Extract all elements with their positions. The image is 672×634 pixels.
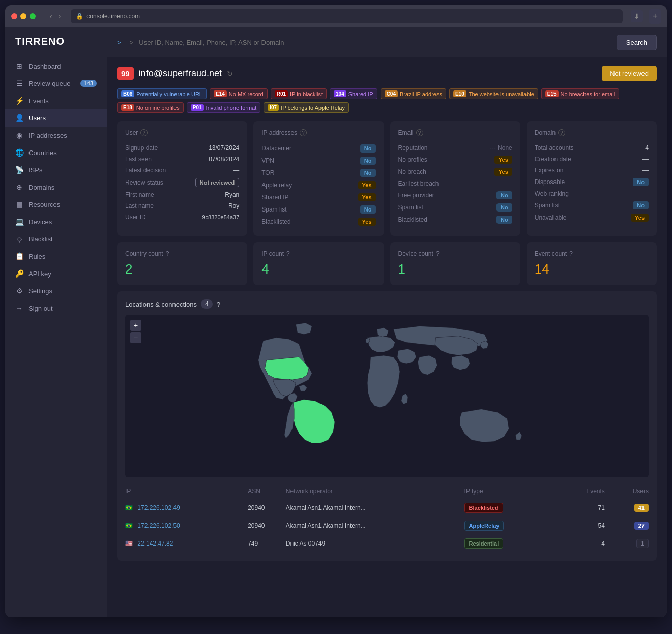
domain-webranking-row: Web ranking — — [535, 188, 649, 199]
col-asn: ASN — [248, 484, 286, 499]
domain-help-icon[interactable]: ? — [558, 129, 565, 136]
tor-pill: No — [360, 169, 376, 177]
table-row: 🇺🇸 22.142.47.82 749 Dnic As 00749 Reside… — [125, 535, 649, 553]
ip-link[interactable]: 172.226.102.50 — [137, 522, 180, 529]
sidebar-item-rules[interactable]: 📋 Rules — [5, 248, 107, 265]
tag-b06[interactable]: B06 Potentially vulnerable URL — [117, 88, 207, 99]
url-bar[interactable]: 🔒 console.tirreno.com — [71, 9, 623, 23]
search-button[interactable]: Search — [617, 35, 657, 50]
sidebar-item-ip-addresses[interactable]: ◉ IP addresses — [5, 127, 107, 144]
zoom-in-button[interactable]: + — [130, 320, 141, 331]
ip-link[interactable]: 172.226.102.49 — [137, 504, 180, 511]
review-icon: ☰ — [15, 79, 23, 87]
forward-button[interactable]: › — [56, 11, 63, 21]
refresh-icon[interactable]: ↻ — [227, 70, 233, 78]
ip-spamlist-pill: No — [360, 205, 376, 214]
tag-c04[interactable]: C04 Brazil IP address — [381, 88, 446, 99]
event-count-card: Event count ? 14 — [527, 242, 657, 285]
flag-usa: 🇺🇸 — [125, 540, 133, 547]
sidebar-item-isps[interactable]: 📡 ISPs — [5, 161, 107, 178]
tag-p01[interactable]: P01 Invalid phone format — [187, 102, 260, 113]
close-button[interactable] — [11, 13, 17, 19]
sidebar-item-dashboard[interactable]: ⊞ Dashboard — [5, 57, 107, 75]
sidebar-item-settings[interactable]: ⚙ Settings — [5, 282, 107, 299]
tag-104[interactable]: 104 Shared IP — [330, 88, 377, 99]
sidebar-item-label: Users — [28, 114, 46, 122]
email-blacklisted-row: Blacklisted No — [398, 214, 512, 226]
tag-text: The website is unavailable — [469, 91, 534, 97]
email-blacklisted-pill: No — [496, 216, 512, 224]
new-tab-button[interactable]: + — [649, 9, 661, 24]
tag-e18[interactable]: E18 No online profiles — [117, 102, 184, 113]
tag-code: E14 — [214, 90, 227, 97]
nobreach-pill: Yes — [494, 168, 512, 176]
sidebar-item-label: Domains — [28, 184, 54, 191]
device-count-help[interactable]: ? — [436, 250, 440, 257]
country-count-help[interactable]: ? — [166, 250, 169, 257]
sidebar-item-review-queue[interactable]: ☰ Review queue 143 — [5, 75, 107, 92]
sidebar-item-events[interactable]: ⚡ Events — [5, 92, 107, 109]
user-lastname-row: Last name Roy — [125, 200, 239, 212]
tag-text: Brazil IP address — [400, 91, 442, 97]
sidebar-item-domains[interactable]: ⊕ Domains — [5, 178, 107, 196]
tag-code: B06 — [121, 90, 134, 97]
ip-spamlist-row: Spam list No — [261, 203, 375, 216]
ip-help-icon[interactable]: ? — [300, 129, 307, 136]
email-card: Email ? Reputation --- None No profiles … — [390, 121, 520, 236]
tag-e14[interactable]: E14 No MX record — [210, 88, 268, 99]
applerelay-pill: Yes — [358, 181, 376, 189]
tag-code: R01 — [275, 90, 288, 97]
sidebar-item-blacklist[interactable]: ◇ Blacklist — [5, 230, 107, 248]
sidebar-item-devices[interactable]: 💻 Devices — [5, 213, 107, 230]
ip-cell: 🇧🇷 172.226.102.49 — [125, 499, 248, 517]
type-residential-pill: Residential — [464, 538, 504, 549]
user-firstname-row: First name Ryan — [125, 189, 239, 200]
status-button[interactable]: Not reviewed — [602, 66, 657, 81]
tags-container: B06 Potentially vulnerable URL E14 No MX… — [117, 88, 657, 113]
maximize-button[interactable] — [30, 13, 36, 19]
ip-count-help[interactable]: ? — [286, 250, 290, 257]
user-decision-row: Latest decision — — [125, 165, 239, 176]
sidebar-item-users[interactable]: 👤 Users — [5, 109, 107, 127]
tag-i07[interactable]: I07 IP belongs to Apple Relay — [264, 102, 349, 113]
email-spamlist-row: Spam list No — [398, 201, 512, 214]
email-help-icon[interactable]: ? — [416, 129, 423, 136]
map-help-icon[interactable]: ? — [217, 300, 220, 308]
tag-e10[interactable]: E10 The website is unavailable — [449, 88, 538, 99]
sidebar-item-sign-out[interactable]: → Sign out — [5, 299, 107, 317]
back-button[interactable]: ‹ — [48, 11, 54, 21]
noprofiles-pill: Yes — [494, 156, 512, 164]
search-input[interactable] — [130, 39, 611, 46]
zoom-out-button[interactable]: − — [130, 332, 141, 343]
sidebar-item-countries[interactable]: 🌐 Countries — [5, 144, 107, 161]
event-count-help[interactable]: ? — [569, 250, 573, 257]
ip-link[interactable]: 22.142.47.82 — [137, 540, 173, 547]
users-cell: 27 — [613, 517, 649, 535]
ip-card-title: IP addresses ? — [261, 129, 375, 136]
sidebar-item-resources[interactable]: ▤ Resources — [5, 196, 107, 213]
freeprovider-pill: No — [496, 191, 512, 199]
ip-blacklisted-row: Blacklisted Yes — [261, 216, 375, 228]
asn-cell: 20940 — [248, 517, 286, 535]
map-container[interactable]: + − — [125, 315, 649, 477]
secure-icon: 🔒 — [76, 13, 83, 20]
download-icon[interactable]: ⬇ — [631, 10, 643, 22]
ip-cell: 🇺🇸 22.142.47.82 — [125, 535, 248, 553]
email-noprofiles-row: No profiles Yes — [398, 154, 512, 166]
user-header: 99 info@superfraud.net ↻ Not reviewed — [117, 66, 657, 81]
content-area: 99 info@superfraud.net ↻ Not reviewed B0… — [107, 57, 667, 575]
tag-r01[interactable]: R01 IP in blacklist — [271, 88, 327, 99]
tag-text: No breaches for email — [561, 91, 616, 97]
operator-cell: Akamai Asn1 Akamai Intern... — [286, 517, 464, 535]
tag-e15[interactable]: E15 No breaches for email — [541, 88, 619, 99]
tag-code: P01 — [191, 104, 204, 111]
user-help-icon[interactable]: ? — [140, 129, 148, 136]
search-bar: >_ Search — [107, 27, 667, 57]
users-pill: 27 — [634, 522, 649, 530]
sidebar-item-api-key[interactable]: 🔑 API key — [5, 265, 107, 282]
ip-cell: 🇧🇷 172.226.102.50 — [125, 517, 248, 535]
table-row: 🇧🇷 172.226.102.50 20940 Akamai Asn1 Akam… — [125, 517, 649, 535]
ip-card: IP addresses ? Datacenter No VPN No TO — [253, 121, 384, 236]
minimize-button[interactable] — [20, 13, 26, 19]
sidebar: TIRRENO ⊞ Dashboard ☰ Review queue 143 ⚡… — [5, 27, 107, 617]
